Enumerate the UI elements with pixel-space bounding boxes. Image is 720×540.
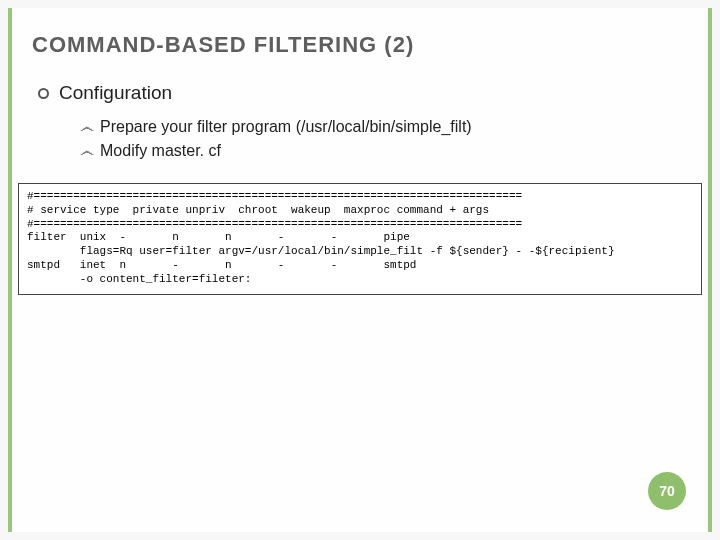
page-number: 70 <box>659 483 675 499</box>
slide-title: COMMAND-BASED FILTERING (2) <box>32 32 688 58</box>
slide: COMMAND-BASED FILTERING (2) Configuratio… <box>8 8 712 532</box>
code-block: #=======================================… <box>18 183 702 295</box>
ring-bullet-icon <box>38 88 49 99</box>
subitem-text: Prepare your filter program (/usr/local/… <box>100 116 472 138</box>
list-item: ෴ Modify master. cf <box>80 140 688 162</box>
subitem-text: Modify master. cf <box>100 140 221 162</box>
section-label: Configuration <box>59 82 172 104</box>
subitem-list: ෴ Prepare your filter program (/usr/loca… <box>80 116 688 161</box>
title-text: COMMAND-BASED FILTERING (2) <box>32 32 414 57</box>
section-row: Configuration <box>38 82 688 104</box>
list-item: ෴ Prepare your filter program (/usr/loca… <box>80 116 688 138</box>
swirl-bullet-icon: ෴ <box>80 142 94 160</box>
page-number-badge: 70 <box>648 472 686 510</box>
swirl-bullet-icon: ෴ <box>80 118 94 136</box>
